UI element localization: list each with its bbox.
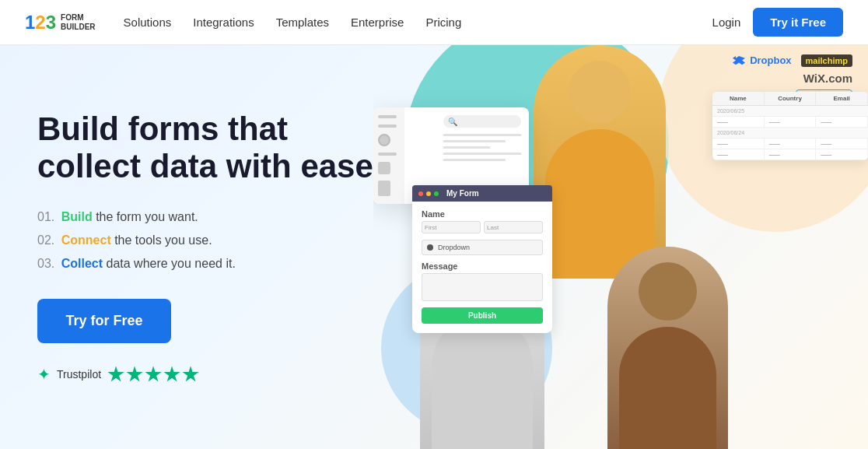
feature-keyword-connect: Connect: [61, 233, 111, 247]
feature-num-1: 01.: [37, 210, 54, 223]
dropbox-logo: Dropbox: [733, 54, 792, 67]
form-dropdown[interactable]: Dropdown: [422, 240, 543, 255]
mockup-row-5: [443, 159, 506, 161]
trustpilot-icon: ✦: [37, 365, 51, 384]
feature-num-2: 02.: [37, 233, 54, 247]
form-first-field[interactable]: First: [422, 221, 481, 233]
ss-data-row-1: —— —— ——: [712, 117, 868, 128]
logo-text: FORM BUILDER: [61, 13, 95, 32]
nav-left: 123 FORM BUILDER Solutions Integrations …: [25, 12, 461, 33]
spreadsheet-header: Name Country Email: [712, 92, 868, 106]
feature-item-2: 02. Connect the tools you use.: [37, 233, 373, 247]
sidebar-bar-1: [378, 115, 397, 118]
logo-2: 2: [35, 12, 45, 33]
ss-cell-3-2: ——: [765, 149, 817, 160]
ss-cell-2-1: ——: [712, 139, 765, 149]
feature-item-3: 03. Collect data where you need it.: [37, 257, 373, 271]
form-card: My Form Name First Last Dropdown Message…: [412, 185, 552, 333]
ss-cell-3-3: ——: [816, 149, 868, 160]
search-icon: 🔍: [448, 118, 457, 126]
person-2: [534, 45, 666, 279]
nav-link-pricing[interactable]: Pricing: [425, 16, 461, 29]
form-message-label: Message: [422, 261, 543, 271]
star-3: [145, 366, 162, 383]
trustpilot-label: Trustpilot: [57, 368, 101, 381]
ss-header-name: Name: [712, 92, 765, 105]
form-last-field[interactable]: Last: [484, 221, 543, 233]
hero-heading: Build forms that collect data with ease: [37, 110, 373, 186]
ss-date-1: 2020/06/25: [712, 106, 868, 116]
ss-cell-1-1: ——: [712, 117, 765, 127]
logo-3: 3: [46, 12, 56, 33]
dot-green: [434, 191, 439, 196]
star-2: [126, 366, 143, 383]
nav-link-solutions[interactable]: Solutions: [124, 16, 172, 29]
ss-date-row-2: 2020/06/24: [712, 128, 868, 139]
navbar: 123 FORM BUILDER Solutions Integrations …: [0, 0, 868, 45]
ss-data-row-3: —— —— ——: [712, 149, 868, 160]
nav-link-integrations[interactable]: Integrations: [193, 16, 254, 29]
dot-yellow: [426, 191, 431, 196]
mockup-row-3: [443, 146, 490, 149]
form-textarea[interactable]: [422, 273, 543, 301]
ss-date-2: 2020/06/24: [712, 128, 868, 138]
login-button[interactable]: Login: [712, 16, 741, 29]
mockup-row-2: [443, 140, 506, 142]
sidebar-check: [378, 162, 390, 174]
form-name-fields: First Last: [422, 221, 543, 233]
ss-date-row-1: 2020/06/25: [712, 106, 868, 117]
feature-text-2: the tools you use.: [114, 233, 212, 247]
dot-red: [418, 191, 423, 196]
try-it-free-button[interactable]: Try it Free: [753, 8, 843, 37]
ss-header-country: Country: [765, 92, 817, 105]
int-row-1: Dropbox mailchimp: [733, 54, 852, 67]
mockup-row-4: [443, 153, 521, 155]
hero-section: Build forms that collect data with ease …: [0, 45, 868, 449]
mockup-row-1: [443, 134, 521, 136]
spreadsheet-mockup: Name Country Email 2020/06/25 —— —— —— 2…: [712, 92, 868, 160]
try-for-free-button[interactable]: Try for Free: [37, 299, 171, 343]
star-4: [163, 366, 180, 383]
mailchimp-logo: mailchimp: [801, 54, 852, 67]
form-name-label: Name: [422, 209, 543, 219]
form-publish-button[interactable]: Publish: [422, 307, 543, 324]
trustpilot-stars: [107, 366, 199, 383]
int-row-2: WiX.com: [733, 72, 852, 85]
ss-cell-1-3: ——: [816, 117, 868, 127]
logo-numbers: 123: [25, 12, 56, 33]
hero-features: 01. Build the form you want. 02. Connect…: [37, 210, 373, 271]
wix-logo: WiX.com: [803, 72, 852, 85]
sidebar-radio: [378, 134, 390, 146]
star-1: [107, 366, 124, 383]
ss-data-row-2: —— —— ——: [712, 139, 868, 149]
form-card-title: My Form: [446, 189, 479, 198]
star-5: [182, 366, 199, 383]
nav-link-templates[interactable]: Templates: [276, 16, 329, 29]
feature-item-1: 01. Build the form you want.: [37, 210, 373, 224]
ss-header-email: Email: [816, 92, 868, 105]
feature-keyword-collect: Collect: [61, 257, 103, 270]
feature-text-3: data where you need it.: [107, 257, 236, 270]
sidebar-bar-2: [378, 125, 397, 128]
ss-cell-2-2: ——: [765, 139, 817, 149]
dropdown-icon: [427, 244, 433, 251]
nav-links: Solutions Integrations Templates Enterpr…: [124, 16, 462, 29]
mockup-sidebar: [373, 107, 404, 204]
hero-right: Dropbox mailchimp WiX.com salesforce: [373, 45, 868, 449]
person-3: [607, 247, 728, 449]
nav-right: Login Try it Free: [712, 8, 843, 37]
logo-1: 1: [25, 12, 35, 33]
sidebar-person: [378, 181, 390, 196]
ss-cell-1-2: ——: [765, 117, 817, 127]
ss-cell-2-3: ——: [816, 139, 868, 149]
feature-num-3: 03.: [37, 257, 54, 270]
form-card-title-bar: My Form: [412, 185, 552, 202]
trustpilot: ✦ Trustpilot: [37, 365, 373, 384]
feature-keyword-build: Build: [61, 210, 93, 223]
hero-left: Build forms that collect data with ease …: [0, 45, 373, 449]
logo[interactable]: 123 FORM BUILDER: [25, 12, 96, 33]
nav-link-enterprise[interactable]: Enterprise: [351, 16, 404, 29]
mockup-search-bar: 🔍: [443, 115, 521, 128]
feature-text-1: the form you want.: [96, 210, 198, 223]
ss-cell-3-1: ——: [712, 149, 765, 160]
